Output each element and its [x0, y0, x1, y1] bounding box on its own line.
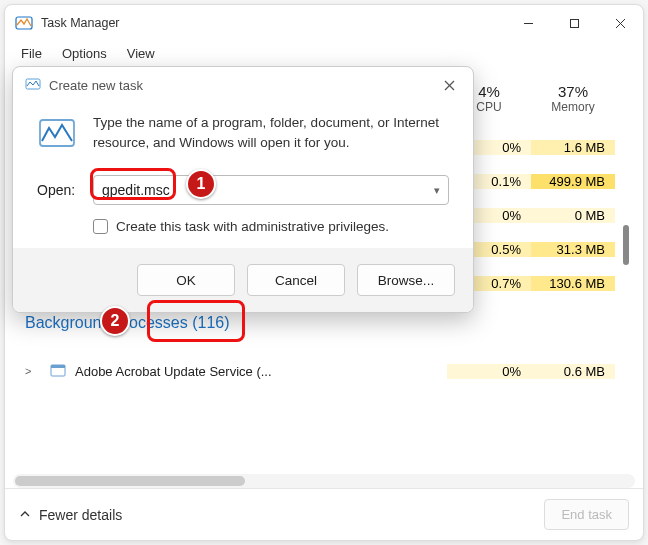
horizontal-scrollbar[interactable] [13, 474, 635, 488]
close-button[interactable] [597, 5, 643, 41]
dialog-close-button[interactable] [437, 73, 461, 97]
column-memory[interactable]: 37% Memory [531, 83, 615, 114]
menu-file[interactable]: File [13, 43, 50, 64]
run-small-icon [25, 76, 41, 95]
dialog-title: Create new task [49, 78, 143, 93]
cell-memory: 499.9 MB [531, 174, 615, 189]
menu-view[interactable]: View [119, 43, 163, 64]
browse-button[interactable]: Browse... [357, 264, 455, 296]
cell-memory: 0.6 MB [531, 364, 615, 379]
menu-options[interactable]: Options [54, 43, 115, 64]
ok-button[interactable]: OK [137, 264, 235, 296]
maximize-button[interactable] [551, 5, 597, 41]
run-dialog-icon [37, 113, 77, 153]
minimize-button[interactable] [505, 5, 551, 41]
footer: Fewer details End task [5, 488, 643, 540]
process-name: Adobe Acrobat Update Service (... [75, 364, 447, 379]
titlebar: Task Manager [5, 5, 643, 41]
end-task-button[interactable]: End task [544, 499, 629, 530]
process-icon [49, 362, 67, 380]
chevron-up-icon [19, 507, 31, 523]
table-row[interactable]: >Adobe Acrobat Update Service (...0%0.6 … [5, 354, 643, 388]
svg-rect-8 [51, 365, 65, 368]
open-label: Open: [37, 182, 81, 198]
cell-memory: 31.3 MB [531, 242, 615, 257]
admin-checkbox-label: Create this task with administrative pri… [116, 219, 389, 234]
dialog-titlebar: Create new task [13, 67, 473, 103]
expand-icon[interactable]: > [25, 365, 41, 377]
open-combobox[interactable]: ▾ [93, 175, 449, 205]
cell-cpu: 0% [447, 364, 531, 379]
window-title: Task Manager [41, 16, 120, 30]
create-new-task-dialog: Create new task Type the name of a progr… [12, 66, 474, 313]
dialog-buttons: OK Cancel Browse... [13, 248, 473, 312]
vertical-scroll-indicator[interactable] [623, 225, 629, 265]
menubar: File Options View [5, 41, 643, 65]
task-manager-icon [15, 14, 33, 32]
chevron-down-icon[interactable]: ▾ [434, 184, 440, 197]
fewer-details-button[interactable]: Fewer details [19, 507, 122, 523]
cancel-button[interactable]: Cancel [247, 264, 345, 296]
cell-memory: 0 MB [531, 208, 615, 223]
admin-checkbox[interactable] [93, 219, 108, 234]
dialog-instruction: Type the name of a program, folder, docu… [93, 113, 449, 153]
cell-memory: 130.6 MB [531, 276, 615, 291]
svg-rect-2 [570, 19, 578, 27]
open-input[interactable] [102, 182, 242, 198]
cell-memory: 1.6 MB [531, 140, 615, 155]
